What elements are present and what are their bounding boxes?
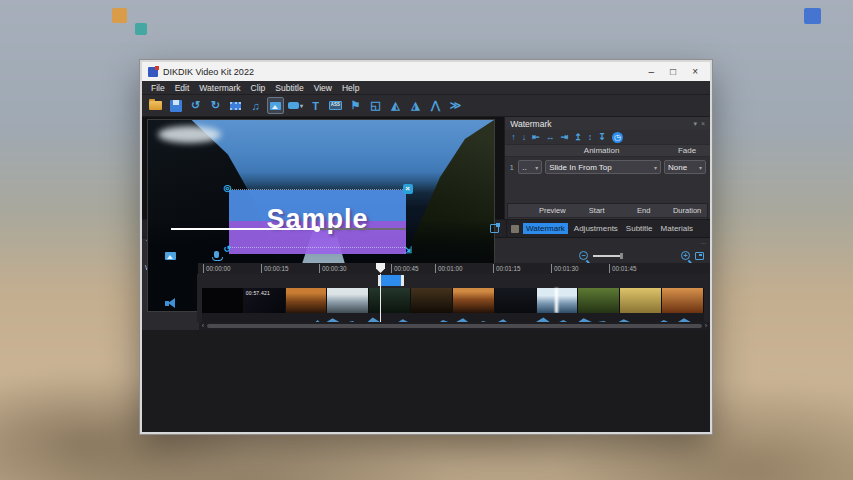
fade-dropdown[interactable]: None▾: [664, 160, 706, 174]
transform-button[interactable]: ≫: [447, 97, 464, 114]
close-button[interactable]: ×: [692, 62, 698, 81]
image-icon: [165, 252, 176, 260]
seek-thumb[interactable]: [314, 226, 320, 232]
video-thumbnail: [327, 288, 369, 313]
add-text-button[interactable]: T: [307, 97, 324, 114]
column-end: End: [620, 206, 667, 215]
time-settings-icon[interactable]: ◷: [612, 132, 623, 143]
rotate-handle-icon[interactable]: ↺: [223, 245, 231, 254]
tab-materials[interactable]: Materials: [659, 223, 695, 234]
panel-close-icon[interactable]: ×: [701, 120, 705, 128]
timeline-ruler[interactable]: 00:00:00 00:00:15 00:00:30 00:00:45 00:0…: [198, 263, 710, 274]
column-preview: Preview: [531, 206, 573, 215]
align-bottom-icon[interactable]: ↧: [598, 132, 606, 142]
speaker-icon[interactable]: [164, 298, 178, 309]
playhead-marker[interactable]: [376, 263, 385, 273]
align-middle-icon[interactable]: ↕: [588, 132, 593, 142]
import-subtitle-button[interactable]: ASS: [327, 97, 344, 114]
app-window: DIKDIK Video Kit 2022 – □ × File Edit Wa…: [140, 60, 712, 434]
panel-title: Watermark: [510, 119, 551, 129]
watermark-selection-box[interactable]: Sample ◎ × ↺ ⇲: [222, 184, 412, 257]
chevron-down-icon: ▾: [699, 164, 702, 171]
scene-snowcap: [158, 126, 220, 143]
video-thumbnail: [578, 288, 620, 313]
ruler-tick: 00:00:30: [319, 264, 347, 273]
zoom-slider[interactable]: [593, 255, 623, 257]
save-button[interactable]: [167, 97, 184, 114]
panel-menu-icon[interactable]: ▾: [693, 120, 697, 128]
add-video-button[interactable]: [227, 97, 244, 114]
redo-button[interactable]: ↻: [207, 97, 224, 114]
crop-button[interactable]: ◱: [367, 97, 384, 114]
flip-button[interactable]: ⋀: [427, 97, 444, 114]
add-image-button[interactable]: [267, 97, 284, 114]
rotate-left-button[interactable]: ◭: [387, 97, 404, 114]
video-thumbnail: [662, 288, 704, 313]
open-button[interactable]: [147, 97, 164, 114]
desktop-icon-teal[interactable]: [135, 23, 147, 35]
panel-tabs: Watermark Adjustments Subtitle Materials: [506, 220, 710, 237]
menu-file[interactable]: File: [146, 83, 170, 93]
fade-column-label: Fade: [664, 146, 710, 155]
flag-marker-button[interactable]: ⚑: [347, 97, 364, 114]
playhead-line[interactable]: [380, 274, 381, 322]
ruler-tick: 00:00:00: [203, 264, 231, 273]
resize-handle-icon[interactable]: ⇲: [404, 246, 412, 255]
video-thumbnail: [411, 288, 453, 313]
undo-button[interactable]: ↺: [187, 97, 204, 114]
menu-edit[interactable]: Edit: [170, 83, 195, 93]
window-title: DIKDIK Video Kit 2022: [163, 67, 254, 77]
align-center-icon[interactable]: ↔: [546, 132, 555, 142]
watermark-clip[interactable]: [378, 275, 404, 286]
folder-icon: [149, 101, 162, 110]
detach-preview-icon[interactable]: [490, 224, 499, 233]
rotate-right-button[interactable]: ◮: [407, 97, 424, 114]
move-down-icon[interactable]: ↓: [522, 132, 527, 142]
tab-adjustments[interactable]: Adjustments: [572, 223, 620, 234]
zoom-out-icon[interactable]: −: [579, 251, 588, 260]
fit-timeline-icon[interactable]: [695, 252, 704, 260]
minimize-button[interactable]: –: [649, 62, 655, 81]
column-start: Start: [573, 206, 620, 215]
menu-view[interactable]: View: [309, 83, 337, 93]
maximize-button[interactable]: □: [670, 62, 676, 81]
add-audio-button[interactable]: ♫: [247, 97, 264, 114]
timeline-options-icon[interactable]: ⋯: [700, 239, 706, 248]
chevron-down-icon: ▾: [654, 164, 657, 171]
column-duration: Duration: [667, 206, 707, 215]
app-icon: [148, 67, 158, 77]
seek-slider[interactable]: [171, 225, 406, 233]
tab-watermark[interactable]: Watermark: [523, 223, 568, 234]
status-bar: [142, 330, 710, 432]
ruler-tick: 00:01:00: [435, 264, 463, 273]
scrollbar-thumb[interactable]: [207, 324, 702, 328]
menu-clip[interactable]: Clip: [246, 83, 271, 93]
align-left-icon[interactable]: ⇤: [532, 132, 540, 142]
animation-dropdown[interactable]: Slide In From Top▾: [545, 160, 661, 174]
timeline-tracks[interactable]: 00:57.421: [198, 274, 710, 322]
menu-help[interactable]: Help: [337, 83, 364, 93]
menu-subtitle[interactable]: Subtitle: [270, 83, 308, 93]
tab-subtitle[interactable]: Subtitle: [624, 223, 655, 234]
scroll-right-icon[interactable]: ›: [703, 322, 709, 330]
scroll-left-icon[interactable]: ‹: [200, 322, 206, 330]
delete-handle-icon[interactable]: ×: [403, 184, 413, 194]
add-shape-button[interactable]: ▾: [287, 97, 304, 114]
desktop-icon-blue[interactable]: [804, 8, 821, 24]
desktop-icon-orange[interactable]: [112, 8, 127, 23]
preset-dropdown[interactable]: ..▾: [518, 160, 542, 174]
title-bar[interactable]: DIKDIK Video Kit 2022 – □ ×: [142, 62, 710, 81]
video-track[interactable]: 00:57.421: [202, 288, 704, 313]
add-image-button[interactable]: [165, 252, 176, 260]
rectangle-icon: [288, 102, 299, 109]
preview-area: Sample ◎ × ↺ ⇲: [142, 117, 504, 219]
timeline-scrollbar[interactable]: ‹ ›: [199, 322, 710, 330]
align-right-icon[interactable]: ⇥: [561, 132, 569, 142]
align-top-icon[interactable]: ↥: [574, 132, 582, 142]
video-thumbnail: [202, 288, 244, 313]
anchor-handle-icon[interactable]: ◎: [223, 184, 231, 193]
zoom-in-icon[interactable]: +: [681, 251, 690, 260]
move-up-icon[interactable]: ↑: [511, 132, 516, 142]
menu-watermark[interactable]: Watermark: [194, 83, 245, 93]
video-thumbnail: [286, 288, 328, 313]
